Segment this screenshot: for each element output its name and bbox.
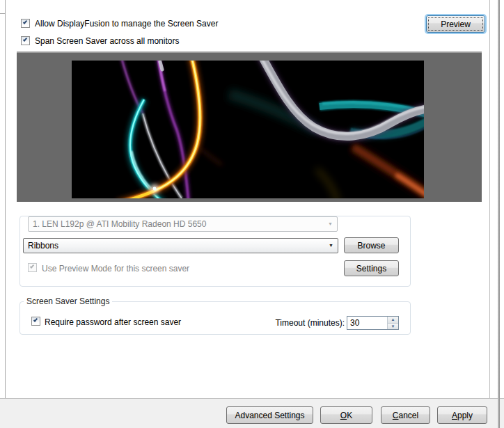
advanced-settings-button-label: Advanced Settings	[235, 411, 304, 420]
require-password-label: Require password after screen saver	[45, 317, 181, 327]
check-icon	[30, 264, 34, 268]
ok-button[interactable]: OK	[320, 406, 372, 424]
manage-screensaver-checkbox[interactable]	[21, 19, 30, 28]
use-preview-mode-checkbox	[28, 263, 37, 272]
screensaver-ribbons-image	[72, 61, 424, 198]
browse-button-label: Browse	[357, 241, 385, 251]
screensaver-preview-screen	[72, 61, 424, 198]
use-preview-mode-label: Use Preview Mode for this screen saver	[42, 264, 189, 274]
span-screensaver-checkbox[interactable]	[21, 36, 30, 45]
cancel-button[interactable]: Cancel	[381, 406, 430, 424]
advanced-settings-button[interactable]: Advanced Settings	[226, 406, 313, 424]
check-icon	[23, 37, 27, 41]
require-password-checkbox[interactable]	[31, 317, 40, 326]
dropdown-arrow-icon: ▼	[328, 221, 333, 226]
preview-monitor-panel	[17, 51, 482, 202]
monitor-select: 1. LEN L192p @ ATI Mobility Radeon HD 56…	[28, 216, 338, 232]
apply-button-label: Apply	[452, 411, 473, 420]
timeout-spinner: ▲ ▼	[347, 316, 399, 330]
panel-right-border	[489, 0, 490, 398]
spin-down-icon[interactable]: ▼	[388, 323, 398, 330]
screensaver-settings-group-title: Screen Saver Settings	[24, 296, 112, 306]
focus-rectangle	[428, 17, 483, 31]
preview-button[interactable]: Preview	[426, 15, 485, 33]
cancel-button-label: Cancel	[393, 411, 418, 420]
settings-button[interactable]: Settings	[344, 260, 399, 276]
settings-button-label: Settings	[356, 264, 386, 274]
screensaver-select[interactable]: Ribbons ▼	[23, 238, 338, 253]
spinner-buttons: ▲ ▼	[387, 317, 398, 329]
browse-button[interactable]: Browse	[344, 237, 399, 253]
apply-button[interactable]: Apply	[437, 406, 487, 424]
manage-screensaver-label: Allow DisplayFusion to manage the Screen…	[35, 19, 218, 29]
panel-left-border-stub	[0, 13, 5, 14]
spin-up-icon[interactable]: ▲	[388, 317, 398, 323]
screensaver-select-value: Ribbons	[28, 241, 58, 251]
check-icon	[23, 19, 27, 24]
dropdown-arrow-icon: ▼	[329, 243, 333, 248]
window-right-edge	[498, 0, 500, 428]
span-screensaver-label: Span Screen Saver across all monitors	[35, 36, 179, 46]
check-icon	[33, 317, 38, 322]
ok-button-label: OK	[340, 411, 352, 420]
panel-left-border	[5, 0, 6, 398]
timeout-input[interactable]	[347, 317, 385, 329]
timeout-label: Timeout (minutes):	[275, 318, 345, 328]
screensaver-settings-panel: Allow DisplayFusion to manage the Screen…	[0, 0, 504, 428]
monitor-select-value: 1. LEN L192p @ ATI Mobility Radeon HD 56…	[33, 219, 206, 229]
